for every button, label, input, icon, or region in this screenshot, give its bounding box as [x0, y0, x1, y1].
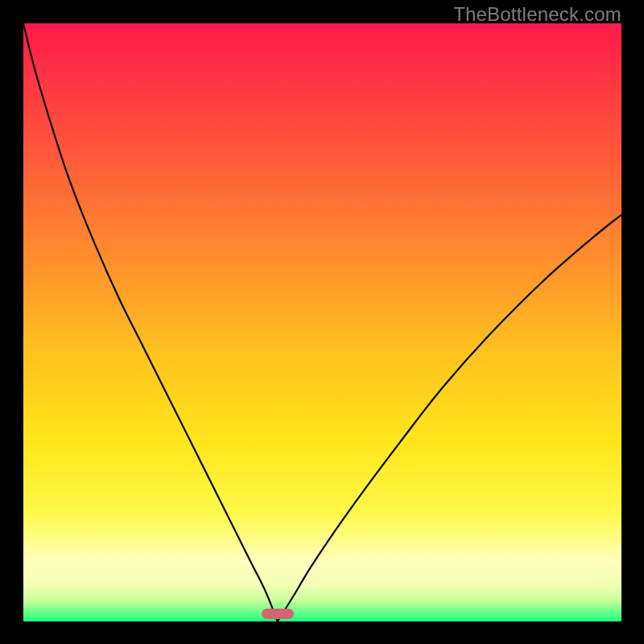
watermark-label: TheBottleneck.com — [453, 3, 621, 26]
gradient-background — [23, 23, 621, 621]
bottleneck-marker — [262, 609, 294, 619]
chart-frame: TheBottleneck.com — [0, 0, 644, 644]
bottleneck-chart — [23, 23, 621, 621]
plot-area — [23, 23, 621, 621]
